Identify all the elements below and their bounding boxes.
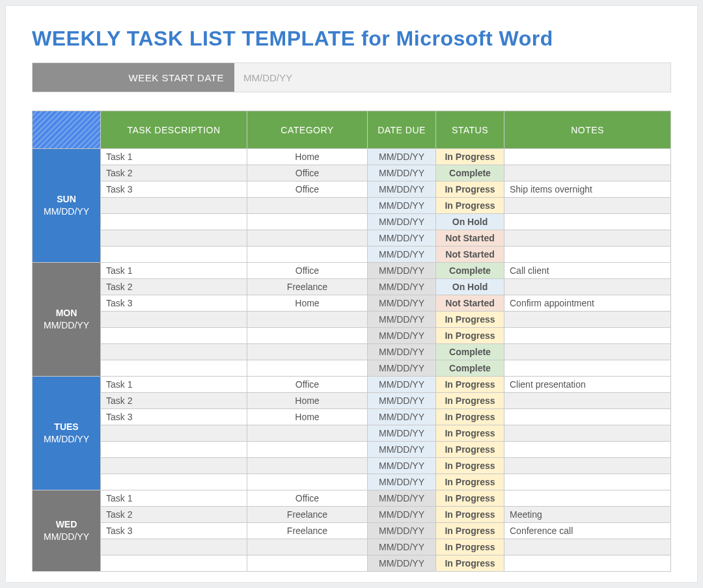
date-due-cell[interactable]: MM/DD/YY [368,523,436,539]
task-description-cell[interactable] [101,458,247,474]
task-description-cell[interactable]: Task 2 [101,279,247,295]
notes-cell[interactable]: Ship items overnight [504,181,671,198]
category-cell[interactable] [247,328,368,344]
date-due-cell[interactable]: MM/DD/YY [368,279,436,295]
task-description-cell[interactable]: Task 2 [101,393,247,409]
task-description-cell[interactable]: Task 1 [101,263,247,279]
status-cell[interactable]: Not Started [436,230,504,247]
date-due-cell[interactable]: MM/DD/YY [368,247,436,263]
date-due-cell[interactable]: MM/DD/YY [368,230,436,247]
notes-cell[interactable] [504,539,671,555]
category-cell[interactable] [247,425,368,442]
status-cell[interactable]: Complete [436,263,504,279]
notes-cell[interactable] [504,328,671,344]
notes-cell[interactable] [504,312,671,328]
task-description-cell[interactable] [101,442,247,458]
category-cell[interactable]: Freelance [247,523,368,539]
notes-cell[interactable] [504,165,671,181]
task-description-cell[interactable]: Task 1 [101,377,247,393]
category-cell[interactable]: Office [247,165,368,181]
category-cell[interactable] [247,555,368,572]
status-cell[interactable]: In Progress [436,393,504,409]
notes-cell[interactable] [504,555,671,572]
notes-cell[interactable]: Confirm appointment [504,295,671,312]
task-description-cell[interactable] [101,198,247,214]
week-start-value[interactable]: MM/DD/YY [234,63,670,92]
notes-cell[interactable] [504,230,671,247]
status-cell[interactable]: Not Started [436,247,504,263]
date-due-cell[interactable]: MM/DD/YY [368,263,436,279]
notes-cell[interactable] [504,490,671,507]
status-cell[interactable]: In Progress [436,507,504,523]
task-description-cell[interactable] [101,230,247,247]
status-cell[interactable]: In Progress [436,442,504,458]
status-cell[interactable]: In Progress [436,425,504,442]
status-cell[interactable]: Complete [436,165,504,181]
notes-cell[interactable] [504,198,671,214]
category-cell[interactable] [247,230,368,247]
task-description-cell[interactable] [101,539,247,555]
date-due-cell[interactable]: MM/DD/YY [368,490,436,507]
task-description-cell[interactable] [101,214,247,230]
status-cell[interactable]: On Hold [436,214,504,230]
date-due-cell[interactable]: MM/DD/YY [368,198,436,214]
date-due-cell[interactable]: MM/DD/YY [368,295,436,312]
date-due-cell[interactable]: MM/DD/YY [368,360,436,377]
notes-cell[interactable]: Conference call [504,523,671,539]
task-description-cell[interactable]: Task 2 [101,507,247,523]
task-description-cell[interactable] [101,344,247,360]
task-description-cell[interactable] [101,247,247,263]
notes-cell[interactable] [504,442,671,458]
notes-cell[interactable] [504,458,671,474]
date-due-cell[interactable]: MM/DD/YY [368,474,436,490]
notes-cell[interactable] [504,393,671,409]
category-cell[interactable] [247,344,368,360]
category-cell[interactable] [247,458,368,474]
category-cell[interactable]: Home [247,393,368,409]
notes-cell[interactable] [504,214,671,230]
status-cell[interactable]: In Progress [436,409,504,425]
category-cell[interactable] [247,474,368,490]
notes-cell[interactable]: Meeting [504,507,671,523]
status-cell[interactable]: Complete [436,344,504,360]
category-cell[interactable]: Office [247,181,368,198]
date-due-cell[interactable]: MM/DD/YY [368,458,436,474]
task-description-cell[interactable]: Task 1 [101,490,247,507]
category-cell[interactable]: Office [247,263,368,279]
notes-cell[interactable] [504,344,671,360]
date-due-cell[interactable]: MM/DD/YY [368,149,436,165]
status-cell[interactable]: In Progress [436,181,504,198]
category-cell[interactable] [247,247,368,263]
category-cell[interactable] [247,539,368,555]
status-cell[interactable]: In Progress [436,198,504,214]
category-cell[interactable] [247,360,368,377]
notes-cell[interactable] [504,149,671,165]
category-cell[interactable] [247,214,368,230]
task-description-cell[interactable] [101,312,247,328]
status-cell[interactable]: In Progress [436,312,504,328]
category-cell[interactable]: Home [247,409,368,425]
status-cell[interactable]: In Progress [436,474,504,490]
task-description-cell[interactable]: Task 3 [101,523,247,539]
notes-cell[interactable] [504,247,671,263]
date-due-cell[interactable]: MM/DD/YY [368,344,436,360]
task-description-cell[interactable]: Task 2 [101,165,247,181]
category-cell[interactable]: Home [247,295,368,312]
status-cell[interactable]: In Progress [436,328,504,344]
task-description-cell[interactable]: Task 3 [101,409,247,425]
notes-cell[interactable] [504,360,671,377]
date-due-cell[interactable]: MM/DD/YY [368,181,436,198]
status-cell[interactable]: In Progress [436,539,504,555]
status-cell[interactable]: Complete [436,360,504,377]
task-description-cell[interactable]: Task 3 [101,181,247,198]
status-cell[interactable]: In Progress [436,377,504,393]
date-due-cell[interactable]: MM/DD/YY [368,507,436,523]
date-due-cell[interactable]: MM/DD/YY [368,214,436,230]
date-due-cell[interactable]: MM/DD/YY [368,409,436,425]
date-due-cell[interactable]: MM/DD/YY [368,555,436,572]
status-cell[interactable]: On Hold [436,279,504,295]
notes-cell[interactable] [504,425,671,442]
task-description-cell[interactable] [101,425,247,442]
status-cell[interactable]: In Progress [436,458,504,474]
task-description-cell[interactable]: Task 3 [101,295,247,312]
